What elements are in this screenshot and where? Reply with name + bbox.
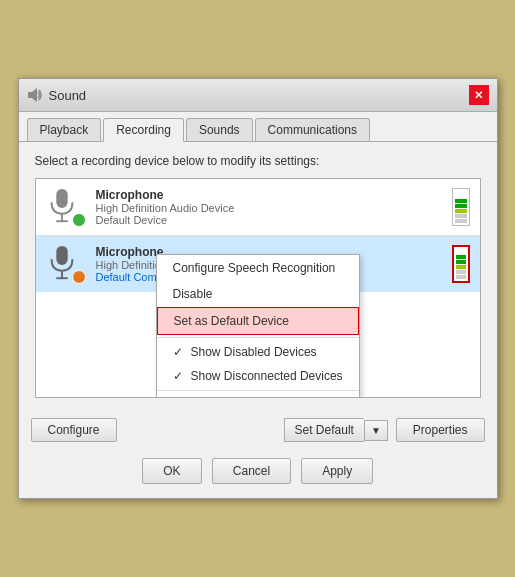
set-default-main[interactable]: Set Default <box>284 418 364 442</box>
action-bar: Configure Set Default ▼ Properties <box>19 410 497 450</box>
check-mark-disconnected: ✓ <box>173 369 183 383</box>
ctx-set-default[interactable]: Set as Default Device <box>157 307 359 335</box>
tab-recording[interactable]: Recording <box>103 118 184 142</box>
svg-marker-1 <box>32 88 37 102</box>
ctx-show-disconnected[interactable]: ✓ Show Disconnected Devices <box>157 364 359 388</box>
svg-rect-0 <box>28 92 32 98</box>
ctx-divider-2 <box>157 390 359 391</box>
status-indicator-2 <box>72 270 86 284</box>
ctx-show-disabled[interactable]: ✓ Show Disabled Devices <box>157 340 359 364</box>
set-default-split-button[interactable]: Set Default ▼ <box>284 418 388 442</box>
ctx-configure-speech[interactable]: Configure Speech Recognition <box>157 255 359 281</box>
apply-button[interactable]: Apply <box>301 458 373 484</box>
title-bar-left: Sound <box>27 87 87 103</box>
device-name-1: Microphone <box>96 188 442 202</box>
device-sub2-1: Default Device <box>96 214 442 226</box>
window-title: Sound <box>49 88 87 103</box>
device-list[interactable]: Microphone High Definition Audio Device … <box>35 178 481 398</box>
description-text: Select a recording device below to modif… <box>35 154 481 168</box>
dialog-buttons: OK Cancel Apply <box>19 450 497 498</box>
title-bar: Sound ✕ <box>19 79 497 112</box>
speaker-icon <box>27 87 43 103</box>
device-icon-wrap-1 <box>46 187 86 227</box>
set-default-arrow[interactable]: ▼ <box>364 420 388 441</box>
device-sub1-1: High Definition Audio Device <box>96 202 442 214</box>
properties-button[interactable]: Properties <box>396 418 485 442</box>
svg-rect-2 <box>56 189 67 208</box>
sound-dialog: Sound ✕ Playback Recording Sounds Commun… <box>18 78 498 499</box>
ctx-disable[interactable]: Disable <box>157 281 359 307</box>
tab-content: Select a recording device below to modif… <box>19 142 497 410</box>
cancel-button[interactable]: Cancel <box>212 458 291 484</box>
check-mark-disabled: ✓ <box>173 345 183 359</box>
ctx-show-disconnected-label: Show Disconnected Devices <box>191 369 343 383</box>
ctx-properties[interactable]: Properties <box>157 393 359 398</box>
tab-bar: Playback Recording Sounds Communications <box>19 112 497 142</box>
svg-rect-5 <box>56 246 67 265</box>
tab-communications[interactable]: Communications <box>255 118 370 141</box>
level-indicator-1 <box>452 188 470 226</box>
configure-button[interactable]: Configure <box>31 418 117 442</box>
ctx-divider-1 <box>157 337 359 338</box>
close-button[interactable]: ✕ <box>469 85 489 105</box>
device-info-1: Microphone High Definition Audio Device … <box>96 188 442 226</box>
tab-sounds[interactable]: Sounds <box>186 118 253 141</box>
context-menu: Configure Speech Recognition Disable Set… <box>156 254 360 398</box>
status-indicator-1 <box>72 213 86 227</box>
device-item-1[interactable]: Microphone High Definition Audio Device … <box>36 179 480 236</box>
ctx-show-disabled-label: Show Disabled Devices <box>191 345 317 359</box>
level-indicator-2 <box>452 245 470 283</box>
ok-button[interactable]: OK <box>142 458 202 484</box>
tab-playback[interactable]: Playback <box>27 118 102 141</box>
device-icon-wrap-2 <box>46 244 86 284</box>
